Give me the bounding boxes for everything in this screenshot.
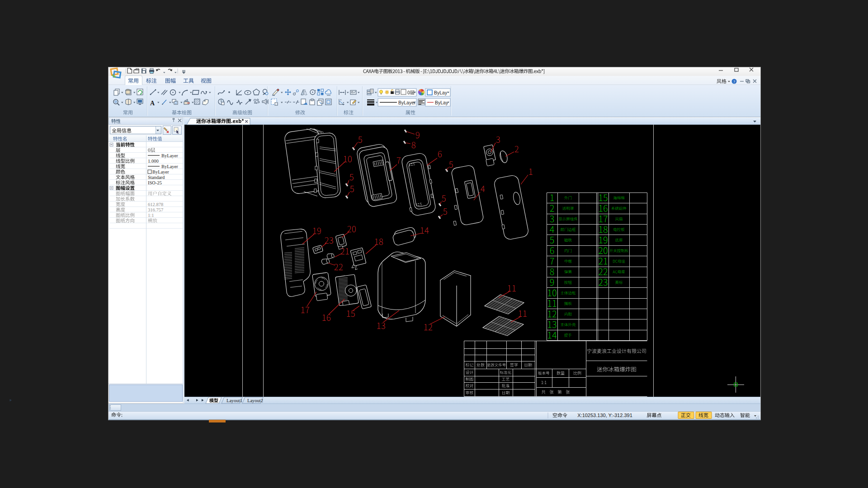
svg-text:Layout2: Layout2	[247, 398, 263, 403]
svg-text:ByLayer: ByLayer	[161, 153, 178, 158]
svg-text:A: A	[150, 100, 155, 107]
svg-text:ByLayer: ByLayer	[398, 100, 416, 105]
svg-text:ByLayer: ByLayer	[152, 169, 169, 174]
svg-text:ByLayer: ByLayer	[161, 164, 178, 169]
svg-text:Standard: Standard	[148, 175, 165, 180]
svg-text:316.757: 316.757	[148, 207, 163, 212]
svg-text:1:1: 1:1	[148, 213, 154, 218]
svg-text:X:10253.130, Y:-312.391: X:10253.130, Y:-312.391	[577, 413, 632, 418]
svg-text:Layout1: Layout1	[226, 398, 242, 403]
svg-text:1.000: 1.000	[148, 159, 159, 164]
svg-text:612.878: 612.878	[148, 202, 163, 207]
svg-text:ISO-25: ISO-25	[148, 180, 162, 185]
svg-text:ByLay: ByLay	[435, 100, 448, 105]
svg-text:?: ?	[733, 80, 735, 84]
svg-text:ByLay: ByLay	[434, 90, 448, 95]
